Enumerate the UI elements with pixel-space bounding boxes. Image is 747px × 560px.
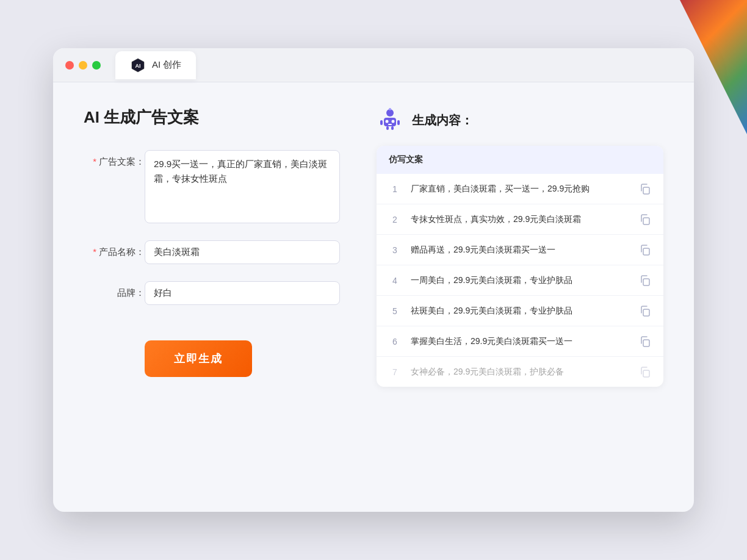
brand-input[interactable]: 好白 — [145, 281, 340, 305]
table-header: 仿写文案 — [377, 146, 663, 174]
row-number: 2 — [389, 215, 401, 224]
svg-rect-15 — [643, 248, 649, 255]
svg-rect-10 — [397, 120, 400, 125]
row-number: 4 — [389, 276, 401, 285]
row-text: 女神必备，29.9元美白淡斑霜，护肤必备 — [411, 365, 629, 378]
table-row: 6 掌握美白生活，29.9元美白淡斑霜买一送一 — [377, 326, 663, 357]
row-text: 专抹女性斑点，真实功效，29.9元美白淡斑霜 — [411, 213, 629, 226]
row-number: 5 — [389, 306, 401, 316]
svg-rect-18 — [643, 340, 649, 346]
result-title: 生成内容： — [412, 112, 473, 129]
form-group-product: *产品名称： 美白淡斑霜 — [84, 240, 340, 264]
copy-icon[interactable] — [639, 244, 651, 256]
brand-label: 品牌： — [84, 281, 145, 299]
table-row: 2 专抹女性斑点，真实功效，29.9元美白淡斑霜 — [377, 204, 663, 235]
page-title: AI 生成广告文案 — [84, 107, 340, 128]
required-star-product: * — [93, 246, 96, 257]
copy-icon[interactable] — [639, 336, 651, 348]
svg-point-4 — [386, 120, 389, 123]
ai-icon: AI — [130, 57, 146, 73]
svg-rect-11 — [386, 126, 389, 130]
close-button[interactable] — [65, 61, 74, 70]
table-body: 1 厂家直销，美白淡斑霜，买一送一，29.9元抢购 2 专抹女性斑点，真实功效，… — [377, 174, 663, 387]
left-panel: AI 生成广告文案 *广告文案： 29.9买一送一，真正的厂家直销，美白淡斑霜，… — [84, 107, 340, 487]
tab-area: AI AI 创作 — [115, 51, 196, 79]
svg-rect-12 — [391, 126, 394, 130]
copy-icon[interactable] — [639, 183, 651, 195]
row-number: 3 — [389, 245, 401, 255]
row-number: 1 — [389, 184, 401, 194]
row-text: 掌握美白生活，29.9元美白淡斑霜买一送一 — [411, 335, 629, 348]
tab-ai-creation[interactable]: AI AI 创作 — [115, 51, 196, 79]
product-label: *产品名称： — [84, 240, 145, 258]
maximize-button[interactable] — [92, 61, 101, 70]
svg-rect-14 — [643, 218, 649, 224]
app-window: AI AI 创作 AI 生成广告文案 *广告文案： 29.9买一送一，真正的厂家… — [53, 48, 694, 512]
row-text: 一周美白，29.9元美白淡斑霜，专业护肤品 — [411, 274, 629, 287]
form-group-ad-copy: *广告文案： 29.9买一送一，真正的厂家直销，美白淡斑霜，专抹女性斑点 — [84, 150, 340, 223]
right-panel: 生成内容： 仿写文案 1 厂家直销，美白淡斑霜，买一送一，29.9元抢购 2 专… — [377, 107, 663, 487]
row-number: 6 — [389, 337, 401, 346]
table-row: 7 女神必备，29.9元美白淡斑霜，护肤必备 — [377, 357, 663, 387]
svg-rect-9 — [380, 120, 383, 125]
minimize-button[interactable] — [79, 61, 87, 70]
row-text: 赠品再送，29.9元美白淡斑霜买一送一 — [411, 243, 629, 256]
copy-icon[interactable] — [639, 275, 651, 287]
traffic-lights — [65, 61, 101, 70]
svg-rect-16 — [643, 279, 649, 285]
copy-icon[interactable] — [639, 214, 651, 226]
table-row: 1 厂家直销，美白淡斑霜，买一送一，29.9元抢购 — [377, 174, 663, 204]
generate-button[interactable]: 立即生成 — [145, 340, 252, 377]
table-row: 4 一周美白，29.9元美白淡斑霜，专业护肤品 — [377, 265, 663, 296]
tab-label: AI 创作 — [152, 59, 181, 71]
ad-copy-input[interactable]: 29.9买一送一，真正的厂家直销，美白淡斑霜，专抹女性斑点 — [145, 150, 340, 223]
row-text: 厂家直销，美白淡斑霜，买一送一，29.9元抢购 — [411, 182, 629, 195]
copy-icon[interactable] — [639, 305, 651, 317]
svg-text:AI: AI — [135, 63, 141, 69]
required-star-ad: * — [93, 156, 96, 167]
product-input[interactable]: 美白淡斑霜 — [145, 240, 340, 264]
robot-icon — [377, 107, 403, 134]
svg-rect-6 — [388, 124, 392, 125]
svg-point-5 — [392, 120, 395, 123]
table-row: 3 赠品再送，29.9元美白淡斑霜买一送一 — [377, 235, 663, 265]
ad-copy-label: *广告文案： — [84, 150, 145, 168]
svg-rect-13 — [643, 187, 649, 194]
table-row: 5 祛斑美白，29.9元美白淡斑霜，专业护肤品 — [377, 296, 663, 326]
main-content: AI 生成广告文案 *广告文案： 29.9买一送一，真正的厂家直销，美白淡斑霜，… — [53, 82, 694, 512]
result-table: 仿写文案 1 厂家直销，美白淡斑霜，买一送一，29.9元抢购 2 专抹女性斑点，… — [377, 146, 663, 387]
titlebar: AI AI 创作 — [53, 48, 694, 82]
form-group-brand: 品牌： 好白 — [84, 281, 340, 305]
row-number: 7 — [389, 367, 401, 377]
svg-point-8 — [389, 108, 391, 110]
result-header: 生成内容： — [377, 107, 663, 134]
svg-rect-19 — [643, 370, 649, 377]
svg-rect-17 — [643, 309, 649, 316]
copy-icon[interactable] — [639, 366, 651, 378]
row-text: 祛斑美白，29.9元美白淡斑霜，专业护肤品 — [411, 304, 629, 317]
